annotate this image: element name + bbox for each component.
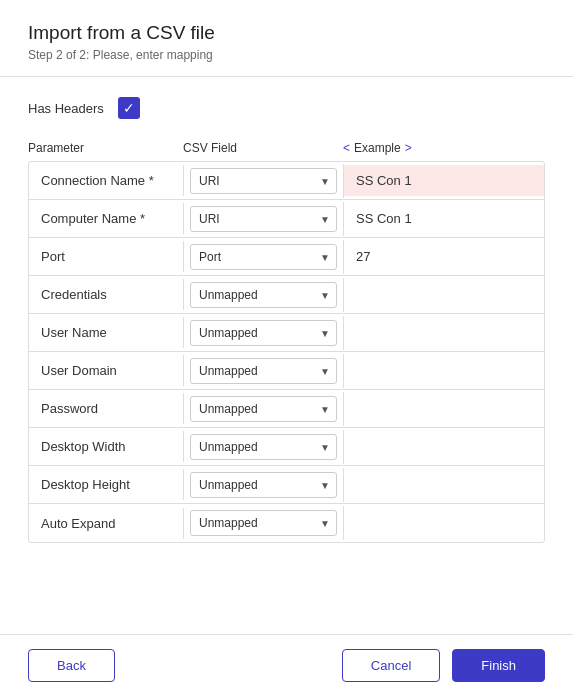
has-headers-row: Has Headers ✓ [28, 97, 545, 119]
table-row: Desktop HeightURIPortUnmapped▼ [29, 466, 544, 504]
select-wrapper: URIPortUnmapped▼ [190, 168, 337, 194]
param-cell: User Name [29, 317, 184, 348]
example-cell [344, 401, 544, 417]
select-wrapper: URIPortUnmapped▼ [190, 244, 337, 270]
page-title: Import from a CSV file [28, 22, 545, 44]
column-header-example: < Example > [343, 141, 545, 155]
example-cell [344, 515, 544, 531]
csv-field-select[interactable]: URIPortUnmapped [190, 434, 337, 460]
example-prev-button[interactable]: < [343, 141, 350, 155]
select-wrapper: URIPortUnmapped▼ [190, 510, 337, 536]
example-cell: SS Con 1 [344, 203, 544, 234]
csv-cell: URIPortUnmapped▼ [184, 430, 344, 464]
footer-right-buttons: Cancel Finish [342, 649, 545, 682]
table-row: CredentialsURIPortUnmapped▼ [29, 276, 544, 314]
example-next-button[interactable]: > [405, 141, 412, 155]
page-header: Import from a CSV file Step 2 of 2: Plea… [0, 0, 573, 77]
cancel-button[interactable]: Cancel [342, 649, 440, 682]
csv-field-select[interactable]: URIPortUnmapped [190, 358, 337, 384]
csv-field-select[interactable]: URIPortUnmapped [190, 396, 337, 422]
csv-cell: URIPortUnmapped▼ [184, 202, 344, 236]
has-headers-label: Has Headers [28, 101, 104, 116]
example-cell [344, 439, 544, 455]
csv-cell: URIPortUnmapped▼ [184, 354, 344, 388]
table-row: Computer Name *URIPortUnmapped▼SS Con 1 [29, 200, 544, 238]
param-cell: Connection Name * [29, 165, 184, 196]
table-row: Desktop WidthURIPortUnmapped▼ [29, 428, 544, 466]
param-cell: Computer Name * [29, 203, 184, 234]
select-wrapper: URIPortUnmapped▼ [190, 434, 337, 460]
csv-cell: URIPortUnmapped▼ [184, 278, 344, 312]
has-headers-checkbox[interactable]: ✓ [118, 97, 140, 119]
csv-field-select[interactable]: URIPortUnmapped [190, 168, 337, 194]
param-cell: Password [29, 393, 184, 424]
mapping-table: Connection Name *URIPortUnmapped▼SS Con … [28, 161, 545, 543]
example-label: Example [354, 141, 401, 155]
select-wrapper: URIPortUnmapped▼ [190, 282, 337, 308]
select-wrapper: URIPortUnmapped▼ [190, 472, 337, 498]
csv-cell: URIPortUnmapped▼ [184, 240, 344, 274]
example-cell [344, 325, 544, 341]
select-wrapper: URIPortUnmapped▼ [190, 320, 337, 346]
csv-field-select[interactable]: URIPortUnmapped [190, 472, 337, 498]
example-cell [344, 287, 544, 303]
param-cell: Auto Expand [29, 508, 184, 539]
example-cell [344, 477, 544, 493]
example-cell: SS Con 1 [344, 165, 544, 196]
param-cell: Port [29, 241, 184, 272]
page-footer: Back Cancel Finish [0, 634, 573, 696]
table-row: PasswordURIPortUnmapped▼ [29, 390, 544, 428]
select-wrapper: URIPortUnmapped▼ [190, 206, 337, 232]
csv-field-select[interactable]: URIPortUnmapped [190, 320, 337, 346]
page-subtitle: Step 2 of 2: Please, enter mapping [28, 48, 545, 62]
csv-cell: URIPortUnmapped▼ [184, 392, 344, 426]
csv-cell: URIPortUnmapped▼ [184, 506, 344, 540]
import-csv-page: Import from a CSV file Step 2 of 2: Plea… [0, 0, 573, 696]
csv-cell: URIPortUnmapped▼ [184, 468, 344, 502]
csv-field-select[interactable]: URIPortUnmapped [190, 206, 337, 232]
csv-field-select[interactable]: URIPortUnmapped [190, 244, 337, 270]
table-row: User DomainURIPortUnmapped▼ [29, 352, 544, 390]
select-wrapper: URIPortUnmapped▼ [190, 396, 337, 422]
param-cell: Desktop Width [29, 431, 184, 462]
checkbox-check-icon: ✓ [123, 101, 135, 115]
table-row: Connection Name *URIPortUnmapped▼SS Con … [29, 162, 544, 200]
example-cell: 27 [344, 241, 544, 272]
column-header-csv-field: CSV Field [183, 141, 343, 155]
table-row: PortURIPortUnmapped▼27 [29, 238, 544, 276]
column-headers: Parameter CSV Field < Example > [28, 141, 545, 161]
param-cell: Desktop Height [29, 469, 184, 500]
csv-field-select[interactable]: URIPortUnmapped [190, 282, 337, 308]
param-cell: Credentials [29, 279, 184, 310]
back-button[interactable]: Back [28, 649, 115, 682]
finish-button[interactable]: Finish [452, 649, 545, 682]
select-wrapper: URIPortUnmapped▼ [190, 358, 337, 384]
table-row: Auto ExpandURIPortUnmapped▼ [29, 504, 544, 542]
column-header-parameter: Parameter [28, 141, 183, 155]
csv-field-select[interactable]: URIPortUnmapped [190, 510, 337, 536]
example-cell [344, 363, 544, 379]
table-row: User NameURIPortUnmapped▼ [29, 314, 544, 352]
csv-cell: URIPortUnmapped▼ [184, 164, 344, 198]
param-cell: User Domain [29, 355, 184, 386]
csv-cell: URIPortUnmapped▼ [184, 316, 344, 350]
page-content: Has Headers ✓ Parameter CSV Field < Exam… [0, 77, 573, 634]
